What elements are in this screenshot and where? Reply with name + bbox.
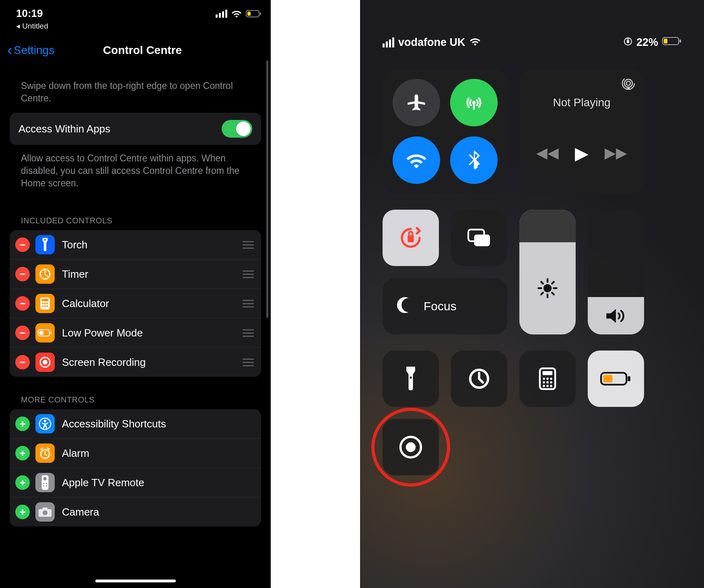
svg-rect-1 [260, 12, 261, 15]
volume-slider[interactable] [588, 210, 644, 334]
low-power-mode-tile[interactable] [588, 351, 644, 407]
remove-icon[interactable]: − [15, 326, 30, 340]
control-row-calculator[interactable]: − Calculator [10, 289, 261, 318]
svg-rect-6 [41, 299, 48, 301]
airplane-mode-button[interactable] [393, 79, 440, 126]
svg-rect-3 [44, 239, 46, 240]
battery-icon [662, 36, 681, 49]
focus-tile[interactable]: Focus [383, 278, 507, 334]
play-icon[interactable]: ▶ [575, 143, 589, 163]
svg-point-8 [44, 303, 46, 304]
settings-content[interactable]: Swipe down from the top-right edge to op… [0, 65, 271, 588]
row-label: Alarm [62, 447, 254, 460]
more-controls-header: MORE CONTROLS [10, 377, 261, 409]
screen-recording-icon [35, 353, 55, 372]
remove-icon[interactable]: − [15, 296, 30, 311]
cellular-signal-icon [383, 37, 394, 47]
control-row-camera[interactable]: + Camera [10, 497, 261, 526]
home-indicator[interactable] [95, 580, 176, 582]
access-toggle[interactable] [222, 120, 252, 138]
svg-point-55 [546, 378, 549, 380]
reorder-grip-icon[interactable] [243, 300, 254, 307]
reorder-grip-icon[interactable] [243, 359, 254, 366]
svg-point-17 [43, 360, 47, 365]
brightness-slider[interactable] [519, 210, 576, 334]
accessibility-icon [35, 414, 55, 433]
next-track-icon[interactable]: ▶▶ [605, 144, 627, 161]
wifi-button[interactable] [393, 136, 440, 184]
battery-icon [246, 10, 262, 18]
svg-point-58 [546, 381, 549, 384]
timer-icon [35, 264, 55, 284]
control-row-screen-recording[interactable]: − Screen Recording [10, 348, 261, 377]
control-row-alarm[interactable]: + Alarm [10, 439, 261, 468]
timer-tile[interactable] [451, 351, 507, 407]
connectivity-platter[interactable] [383, 69, 507, 194]
cellular-data-button[interactable] [450, 79, 498, 126]
svg-rect-32 [664, 39, 667, 43]
bluetooth-button[interactable] [450, 136, 498, 184]
status-bar: 10:19 ◂ Untitled [0, 0, 271, 31]
add-icon[interactable]: + [15, 417, 30, 431]
svg-point-62 [550, 385, 552, 387]
row-label: Torch [62, 239, 243, 251]
row-label: Camera [62, 506, 254, 518]
svg-point-67 [406, 442, 416, 452]
svg-point-50 [410, 377, 412, 379]
back-chevron-icon[interactable]: ‹ [7, 42, 12, 59]
control-row-accessibility[interactable]: + Accessibility Shortcuts [10, 409, 261, 439]
battery-percent: 22% [636, 36, 658, 49]
add-icon[interactable]: + [15, 475, 30, 490]
control-row-low-power[interactable]: − Low Power Mode [10, 318, 261, 348]
svg-line-48 [541, 293, 543, 295]
reorder-grip-icon[interactable] [243, 270, 254, 278]
svg-rect-65 [603, 375, 612, 383]
svg-line-49 [552, 282, 554, 284]
back-to-app[interactable]: ◂ Untitled [16, 21, 48, 31]
media-platter[interactable]: Not Playing ◀◀ ▶ ▶▶ [519, 69, 644, 194]
svg-rect-29 [627, 40, 629, 43]
camera-icon [35, 502, 55, 522]
control-row-appletv[interactable]: + Apple TV Remote [10, 468, 261, 497]
previous-track-icon[interactable]: ◀◀ [536, 144, 559, 161]
control-row-timer[interactable]: − Timer [10, 260, 261, 289]
airplay-icon[interactable] [622, 78, 635, 91]
svg-rect-15 [39, 331, 43, 335]
screen-mirroring-tile[interactable] [451, 210, 507, 266]
svg-point-56 [550, 378, 552, 380]
screen-recording-tile[interactable] [383, 419, 439, 475]
remove-icon[interactable]: − [15, 355, 30, 369]
svg-rect-2 [247, 12, 251, 16]
included-controls-list: − Torch − Timer − Calcula [10, 230, 261, 377]
row-label: Timer [62, 268, 243, 281]
reorder-grip-icon[interactable] [243, 241, 254, 249]
page-title: Control Centre [22, 44, 263, 57]
scroll-indicator [266, 60, 268, 318]
calculator-tile[interactable] [519, 351, 576, 407]
svg-point-35 [626, 81, 630, 85]
svg-line-47 [552, 293, 554, 295]
svg-point-10 [42, 305, 44, 307]
remove-icon[interactable]: − [15, 237, 30, 252]
svg-point-36 [624, 79, 632, 87]
svg-rect-40 [474, 235, 490, 246]
add-icon[interactable]: + [15, 505, 30, 519]
svg-point-41 [543, 284, 552, 292]
control-row-torch[interactable]: − Torch [10, 230, 261, 260]
svg-point-23 [43, 483, 44, 484]
included-controls-header: INCLUDED CONTROLS [10, 198, 261, 230]
svg-point-57 [543, 381, 545, 384]
more-controls-list: + Accessibility Shortcuts + Alarm + Appl… [10, 409, 261, 526]
add-icon[interactable]: + [15, 446, 30, 460]
orientation-lock-tile[interactable] [383, 210, 439, 266]
hint-text: Swipe down from the top-right edge to op… [10, 72, 261, 113]
svg-rect-38 [408, 235, 414, 242]
torch-icon [35, 235, 55, 254]
hint-text-2: Allow access to Control Centre within ap… [10, 145, 261, 198]
svg-point-26 [46, 485, 47, 487]
reorder-grip-icon[interactable] [243, 329, 254, 337]
row-label: Apple TV Remote [62, 477, 254, 489]
svg-rect-64 [628, 376, 630, 382]
torch-tile[interactable] [383, 351, 439, 407]
remove-icon[interactable]: − [15, 267, 30, 281]
